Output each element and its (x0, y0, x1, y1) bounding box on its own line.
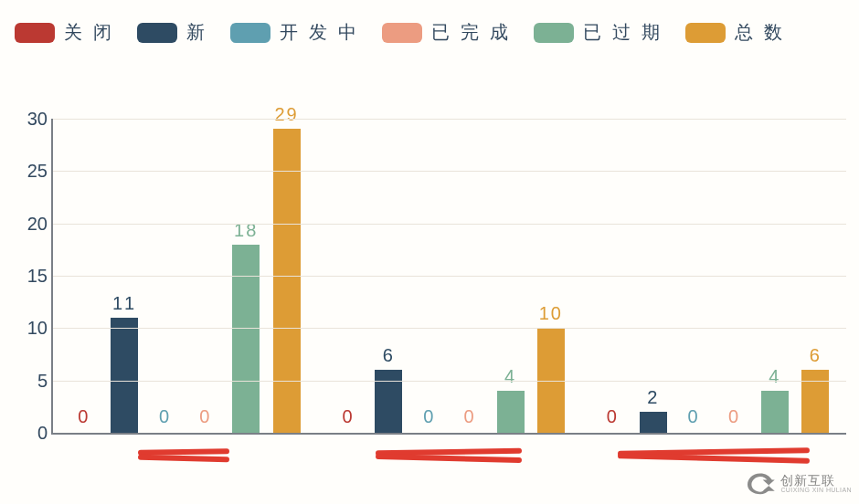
bar-value-label: 2 (647, 387, 659, 408)
bar-value-label: 29 (274, 104, 298, 125)
legend-item: 新 (137, 20, 205, 45)
bar: 4 (761, 391, 789, 433)
legend-swatch (15, 23, 55, 43)
bar-rect (273, 129, 301, 433)
legend-label: 总数 (735, 20, 793, 45)
legend-item: 已过期 (534, 20, 660, 45)
bar-value-label: 0 (78, 406, 90, 427)
watermark-text-cn: 创新互联 (780, 474, 852, 487)
bar: 29 (273, 129, 301, 433)
x-axis-label (316, 447, 581, 484)
bar-value-label: 0 (607, 406, 619, 427)
y-tick-label: 5 (11, 370, 48, 391)
bar-value-label: 0 (343, 406, 355, 427)
legend-item: 开发中 (230, 20, 356, 45)
legend-label: 已完成 (431, 20, 519, 45)
bar-rect (111, 318, 138, 433)
y-tick-label: 30 (11, 109, 48, 130)
bar-rect (761, 391, 789, 433)
bar: 18 (232, 245, 260, 433)
bar-value-label: 0 (199, 406, 211, 427)
legend-label: 关闭 (64, 20, 122, 45)
watermark-text: 创新互联 CUIXING XIN HULIAN (780, 474, 852, 493)
gridline (53, 328, 846, 329)
gridline (53, 119, 846, 120)
bar-value-label: 0 (728, 406, 740, 427)
bar-value-label: 4 (769, 366, 780, 387)
y-tick-label: 20 (11, 213, 48, 234)
bar-value-label: 10 (539, 303, 563, 324)
legend-label: 已过期 (583, 20, 671, 45)
bar-value-label: 4 (504, 366, 516, 387)
bar-value-label: 11 (112, 293, 136, 314)
bar-rect (497, 391, 525, 433)
bar: 6 (375, 370, 402, 433)
gridline (53, 171, 846, 172)
y-tick-label: 15 (11, 266, 48, 287)
bar-value-label: 0 (688, 406, 700, 427)
y-tick-label: 0 (11, 423, 48, 444)
bar-value-label: 0 (159, 406, 171, 427)
bar-value-label: 6 (383, 345, 395, 366)
bar-value-label: 6 (810, 345, 822, 366)
watermark: 创新互联 CUIXING XIN HULIAN (744, 467, 852, 499)
legend-swatch (382, 23, 422, 43)
legend-swatch (137, 23, 177, 43)
bar: 2 (640, 412, 667, 433)
legend-label: 开发中 (280, 20, 367, 45)
bar-rect (232, 245, 260, 433)
gridline (53, 276, 846, 277)
bar-value-label: 0 (464, 406, 476, 427)
legend-item: 已完成 (382, 20, 508, 45)
watermark-logo-icon (744, 470, 777, 496)
bar: 6 (801, 370, 829, 433)
legend-swatch (230, 23, 270, 43)
redaction-mark (376, 447, 522, 464)
legend-item: 关闭 (15, 20, 111, 45)
y-tick-label: 25 (11, 161, 48, 182)
bar: 4 (497, 391, 525, 433)
redaction-mark (138, 447, 229, 464)
y-tick-label: 10 (11, 318, 48, 339)
gridline (53, 224, 846, 225)
legend-swatch (534, 23, 574, 43)
bar: 11 (111, 318, 138, 433)
bar-rect (375, 370, 402, 433)
legend-item: 总数 (685, 20, 782, 45)
redaction-mark (618, 447, 810, 464)
chart-plot-area: 011001829 0600410 020046 051015202530 (51, 119, 846, 435)
legend-swatch (685, 23, 726, 43)
x-axis-labels (51, 447, 846, 484)
gridline (53, 381, 846, 382)
bar-rect (640, 412, 667, 433)
bar-rect (801, 370, 829, 433)
legend: 关闭 新 开发中 已完成 已过期 总数 (15, 20, 850, 48)
watermark-text-en: CUIXING XIN HULIAN (780, 487, 852, 493)
bar-value-label: 0 (423, 406, 435, 427)
legend-label: 新 (186, 20, 216, 45)
x-axis-label (51, 447, 316, 484)
